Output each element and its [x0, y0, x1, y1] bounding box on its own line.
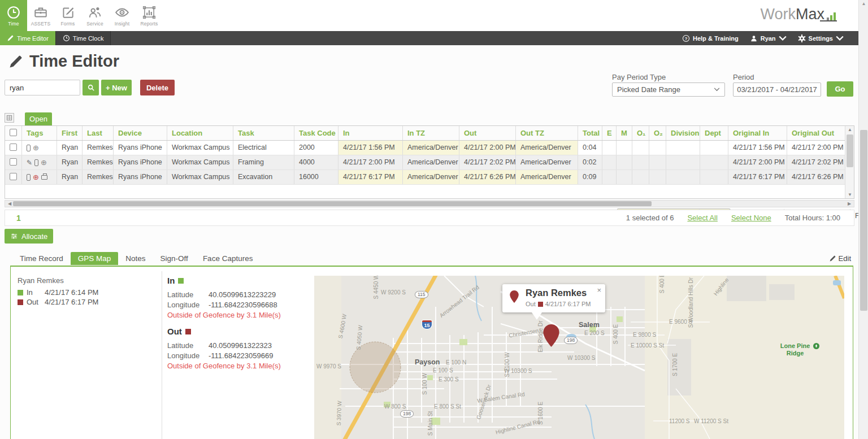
- scroll-up-arrow[interactable]: ▲: [845, 126, 854, 133]
- column-header-out-tz[interactable]: Out TZ: [516, 126, 578, 140]
- pay-period-type-value: Picked Date Range: [617, 85, 680, 94]
- nav-item-reports[interactable]: Reports: [136, 0, 163, 31]
- column-header-total[interactable]: Total: [578, 126, 602, 140]
- grid-settings-button[interactable]: [5, 113, 14, 123]
- nav-item-forms[interactable]: Forms: [54, 0, 81, 31]
- page-scroll-thumb[interactable]: [860, 130, 867, 311]
- popup-pin-icon: [510, 290, 519, 303]
- column-header-original-in[interactable]: Original In: [728, 126, 787, 140]
- subnav-action-ryan[interactable]: Ryan: [750, 34, 787, 42]
- page-scroll-up-arrow[interactable]: ▲: [859, 1, 868, 6]
- tag-note-icon: ✎: [27, 159, 32, 166]
- row-checkbox[interactable]: [10, 144, 17, 151]
- search-button[interactable]: [83, 80, 99, 95]
- select-all-checkbox[interactable]: [10, 129, 17, 136]
- table-horizontal-scrollbar[interactable]: ◀ ▶: [5, 200, 854, 207]
- map-popup: Ryan Remkes Out 4/21/17 6:17 PM ×: [502, 284, 605, 312]
- allocate-label: Allocate: [21, 232, 47, 241]
- column-header-task[interactable]: Task: [233, 126, 294, 140]
- header-select-all[interactable]: [5, 126, 22, 140]
- logo-bar-chart-icon: [826, 10, 840, 23]
- cell-last: Remkes: [83, 155, 114, 169]
- vscroll-thumb[interactable]: [847, 134, 853, 167]
- tag-globe-red-icon: ⊕: [33, 174, 39, 181]
- page-title-row: Time Editor: [8, 52, 119, 71]
- tag-phone-icon: [27, 174, 31, 181]
- column-header-dept[interactable]: Dept: [700, 126, 728, 140]
- edit-link[interactable]: Edit: [829, 254, 851, 263]
- map-road-label: E 800 S St: [434, 403, 461, 410]
- tags-cell: ⊕: [22, 170, 57, 184]
- people-icon: [88, 5, 102, 20]
- tab-face-captures[interactable]: Face Captures: [196, 252, 261, 265]
- row-checkbox-cell[interactable]: [5, 155, 22, 169]
- column-header-in[interactable]: In: [338, 126, 403, 140]
- gps-map[interactable]: W 9200 SS 4450 WArrowhead Trail RdChrist…: [314, 276, 844, 439]
- column-header-first[interactable]: First: [57, 126, 83, 140]
- nav-item-insight[interactable]: Insight: [108, 0, 136, 31]
- tab-notes[interactable]: Notes: [118, 252, 153, 265]
- page-scrollbar[interactable]: ▲: [858, 0, 868, 439]
- chevron-down-icon: [779, 34, 787, 42]
- column-header-tags[interactable]: Tags: [22, 126, 57, 140]
- column-header-task-code[interactable]: Task Code: [294, 126, 338, 140]
- column-header-o-[interactable]: O₁: [632, 126, 649, 140]
- cell-o2: [649, 141, 666, 155]
- scroll-right-arrow[interactable]: ▶: [845, 201, 854, 207]
- row-checkbox-cell[interactable]: [5, 141, 22, 155]
- subnav-action-settings[interactable]: Settings: [798, 34, 844, 42]
- row-checkbox[interactable]: [10, 173, 17, 180]
- table-row[interactable]: ✎⊕RyanRemkesRyans iPhoneWorkmax CampusFr…: [5, 155, 854, 170]
- column-header-division[interactable]: Division: [666, 126, 700, 140]
- cell-total: 0:02: [578, 155, 602, 169]
- delete-button[interactable]: Delete: [140, 80, 175, 95]
- column-header-o-[interactable]: O₂: [649, 126, 666, 140]
- cell-in: 4/21/17 6:17 PM: [338, 170, 403, 184]
- tab-sign-off[interactable]: Sign-Off: [153, 252, 196, 265]
- column-header-device[interactable]: Device: [114, 126, 167, 140]
- gps-out-heading: Out: [167, 327, 191, 336]
- briefcase-icon: [33, 5, 48, 20]
- select-all-link[interactable]: Select All: [687, 214, 717, 222]
- table-row[interactable]: ⊕RyanRemkesRyans iPhoneWorkmax CampusEle…: [5, 141, 854, 155]
- cell-division: [666, 155, 700, 169]
- tab-time-record[interactable]: Time Record: [12, 252, 71, 265]
- column-header-m[interactable]: M: [617, 126, 632, 140]
- popup-close-icon[interactable]: ×: [597, 286, 601, 294]
- nav-item-service[interactable]: Service: [81, 0, 108, 31]
- cell-location: Workmax Campus: [167, 170, 233, 184]
- subnav-action-help-training[interactable]: ?Help & Training: [682, 34, 739, 42]
- period-input[interactable]: [733, 82, 821, 97]
- select-none-link[interactable]: Select None: [731, 214, 771, 222]
- column-header-out[interactable]: Out: [459, 126, 516, 140]
- nav-item-time[interactable]: Time: [0, 0, 27, 31]
- period-label: Period: [733, 73, 754, 81]
- tab-open[interactable]: Open: [25, 112, 52, 125]
- column-header-e[interactable]: E: [602, 126, 617, 140]
- scroll-down-arrow[interactable]: ▼: [845, 191, 854, 198]
- page-number[interactable]: 1: [16, 214, 21, 223]
- map-pin-icon[interactable]: [542, 324, 560, 347]
- go-button[interactable]: Go: [827, 81, 853, 97]
- allocate-button[interactable]: Allocate: [5, 229, 53, 244]
- cell-out: 4/21/17 2:00 PM: [459, 141, 516, 155]
- nav-item-assets[interactable]: ASSETS: [27, 0, 54, 31]
- table-vertical-scrollbar[interactable]: ▲ ▼: [845, 126, 854, 198]
- row-checkbox-cell[interactable]: [5, 170, 22, 184]
- column-header-last[interactable]: Last: [83, 126, 114, 140]
- column-header-original-out[interactable]: Original Out: [787, 126, 846, 140]
- route-badge: 198: [564, 337, 578, 344]
- column-header-in-tz[interactable]: In TZ: [403, 126, 459, 140]
- tab-gps-map[interactable]: GPS Map: [71, 252, 119, 265]
- column-header-location[interactable]: Location: [167, 126, 233, 140]
- subnav-tab-time-clock[interactable]: Time Clock: [55, 31, 111, 45]
- subnav-tab-time-editor[interactable]: Time Editor: [0, 31, 55, 45]
- top-nav: TimeASSETSFormsServiceInsightReports: [0, 0, 163, 31]
- map-road-label: E 9600 S: [669, 319, 692, 325]
- pay-period-type-select[interactable]: Picked Date Range: [612, 82, 725, 97]
- sub-nav: Time EditorTime Clock ?Help & TrainingRy…: [0, 31, 858, 45]
- new-button[interactable]: + New: [101, 80, 132, 95]
- table-row[interactable]: ⊕RyanRemkesRyans iPhoneWorkmax CampusExc…: [5, 170, 854, 185]
- hscroll-thumb[interactable]: [13, 201, 652, 206]
- row-checkbox[interactable]: [10, 158, 17, 166]
